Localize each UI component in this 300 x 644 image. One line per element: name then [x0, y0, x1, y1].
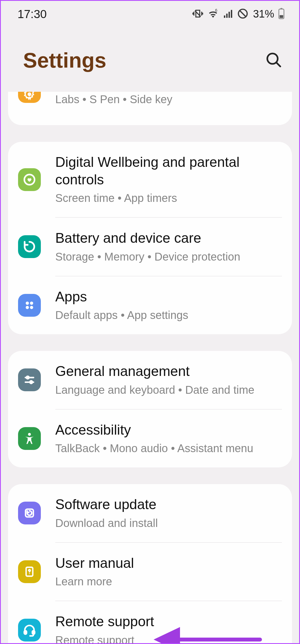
settings-card: Labs • S Pen • Side key — [8, 92, 292, 125]
settings-row-accessibility[interactable]: Accessibility TalkBack • Mono audio • As… — [8, 410, 292, 468]
status-bar: 17:30 6 31% — [1, 1, 299, 27]
row-title: Accessibility — [55, 421, 282, 439]
row-title: Software update — [55, 496, 282, 513]
row-subtitle: Learn more — [55, 574, 282, 589]
settings-row-advanced[interactable]: Labs • S Pen • Side key — [8, 92, 292, 125]
search-button[interactable] — [265, 51, 282, 70]
battery-icon — [278, 8, 285, 21]
accessibility-icon — [18, 427, 41, 450]
svg-point-16 — [26, 376, 29, 379]
update-icon — [18, 502, 41, 524]
device-care-icon — [18, 235, 41, 258]
row-subtitle: TalkBack • Mono audio • Assistant menu — [55, 441, 282, 456]
settings-row-user-manual[interactable]: User manual Learn more — [8, 543, 292, 601]
row-subtitle: Storage • Memory • Device protection — [55, 249, 282, 264]
svg-rect-1 — [224, 15, 225, 18]
svg-point-21 — [29, 573, 30, 574]
svg-text:6: 6 — [215, 8, 217, 12]
page-title: Settings — [23, 48, 106, 72]
sliders-icon — [18, 368, 41, 391]
dnd-icon — [237, 8, 249, 21]
svg-point-13 — [30, 301, 33, 305]
settings-row-software-update[interactable]: Software update Download and install — [8, 484, 292, 542]
svg-rect-7 — [280, 8, 282, 9]
row-title: Apps — [55, 288, 282, 306]
svg-rect-22 — [24, 631, 26, 634]
settings-row-general[interactable]: General management Language and keyboard… — [8, 351, 292, 409]
svg-rect-3 — [229, 12, 230, 18]
settings-header: Settings — [1, 27, 299, 92]
svg-rect-8 — [280, 15, 283, 18]
battery-percent: 31% — [253, 8, 274, 20]
settings-row-battery[interactable]: Battery and device care Storage • Memory… — [8, 218, 292, 276]
svg-rect-2 — [226, 14, 228, 18]
status-right: 6 31% — [192, 8, 285, 21]
svg-rect-4 — [231, 10, 232, 18]
svg-point-12 — [26, 301, 29, 305]
signal-icon — [222, 8, 234, 20]
row-subtitle: Language and keyboard • Date and time — [55, 382, 282, 397]
svg-point-15 — [30, 306, 33, 309]
row-title: Remote support — [55, 613, 282, 630]
vibrate-icon — [192, 8, 204, 21]
wifi-icon: 6 — [207, 8, 219, 21]
gear-icon — [18, 92, 41, 103]
settings-card: Digital Wellbeing and parental controls … — [8, 142, 292, 334]
svg-point-10 — [28, 92, 31, 96]
row-subtitle: Remote support — [55, 633, 282, 644]
svg-point-17 — [30, 381, 32, 383]
apps-icon — [18, 294, 41, 317]
settings-row-remote-support[interactable]: Remote support Remote support — [8, 601, 292, 644]
settings-card: General management Language and keyboard… — [8, 351, 292, 467]
manual-icon — [18, 560, 41, 583]
settings-row-apps[interactable]: Apps Default apps • App settings — [8, 276, 292, 335]
wellbeing-icon — [18, 168, 41, 191]
row-subtitle: Labs • S Pen • Side key — [55, 92, 282, 107]
row-title: Battery and device care — [55, 229, 282, 247]
row-title: General management — [55, 363, 282, 380]
row-subtitle: Screen time • App timers — [55, 190, 282, 205]
settings-card: Software update Download and install Use… — [8, 484, 292, 644]
svg-point-14 — [26, 306, 29, 309]
row-title: User manual — [55, 554, 282, 572]
svg-point-18 — [28, 433, 31, 435]
row-subtitle: Default apps • App settings — [55, 308, 282, 323]
row-subtitle: Download and install — [55, 516, 282, 531]
settings-row-wellbeing[interactable]: Digital Wellbeing and parental controls … — [8, 142, 292, 217]
headset-icon — [18, 619, 41, 641]
row-title: Digital Wellbeing and parental controls — [55, 153, 282, 188]
status-time: 17:30 — [18, 8, 47, 21]
